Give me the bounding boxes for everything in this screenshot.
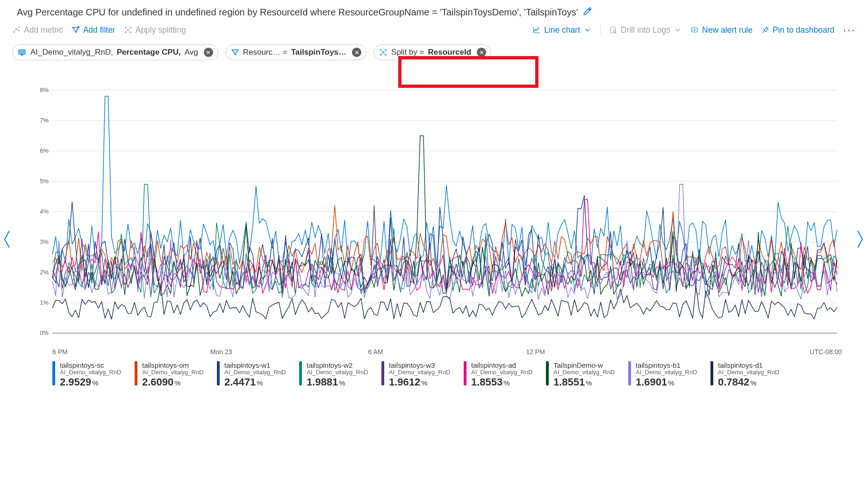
more-menu-button[interactable]: ··· xyxy=(843,28,856,32)
chevron-down-icon xyxy=(674,26,682,34)
split-icon xyxy=(124,26,132,34)
next-chart-button[interactable] xyxy=(853,228,867,250)
svg-text:0%: 0% xyxy=(40,329,49,336)
legend-color-swatch xyxy=(546,361,549,385)
line-chart[interactable]: 0%1%2%3%4%5%6%7%8% xyxy=(26,86,842,347)
new-alert-rule-button[interactable]: New alert rule xyxy=(690,25,753,35)
legend-series-value: 2.4471% xyxy=(224,376,286,388)
svg-text:8%: 8% xyxy=(40,86,49,93)
filter-label: Resourc… = xyxy=(243,48,287,57)
pin-dashboard-button[interactable]: Pin to dashboard xyxy=(761,25,834,35)
add-filter-icon xyxy=(72,26,80,34)
legend-series-name: tailspintoys-d1 xyxy=(718,361,780,369)
pin-icon xyxy=(761,26,769,34)
legend-item[interactable]: tailspintoys-adAI_Demo_vitalyg_RnD1.8553… xyxy=(464,361,534,388)
legend-series-sub: AI_Demo_vitalyg_RnD xyxy=(389,369,451,376)
split-pill[interactable]: Split by = ResourceId ✕ xyxy=(374,44,491,60)
legend-item[interactable]: tailspintoys-w2AI_Demo_vitalyg_RnD1.9881… xyxy=(299,361,369,388)
legend-color-swatch xyxy=(464,361,466,385)
filter-pill[interactable]: Resourc… = TailspinToys… ✕ xyxy=(226,44,366,60)
metric-name: Percentage CPU, xyxy=(117,48,181,57)
legend-series-sub: AI_Demo_vitalyg_RnD xyxy=(307,369,368,376)
add-metric-icon xyxy=(12,26,21,34)
svg-text:1%: 1% xyxy=(40,299,49,306)
legend-color-swatch xyxy=(710,361,713,385)
legend-series-value: 1.9881% xyxy=(307,376,368,388)
legend-series-value: 2.6090% xyxy=(142,376,204,388)
scope-icon xyxy=(17,48,27,57)
legend-color-swatch xyxy=(628,361,631,385)
x-tick: 6 PM xyxy=(52,348,210,356)
legend-series-sub: AI_Demo_vitalyg_RnD xyxy=(636,369,697,376)
legend-color-swatch xyxy=(299,361,302,385)
legend-series-name: tailspintoys-b1 xyxy=(636,361,697,369)
svg-rect-12 xyxy=(21,54,23,56)
metric-scope: AI_Demo_vitalyg_RnD, xyxy=(30,48,113,57)
chevron-down-icon xyxy=(583,26,592,34)
legend-series-value: 2.9529% xyxy=(60,376,122,388)
legend-item[interactable]: tailspintoys-w3AI_Demo_vitalyg_RnD1.9612… xyxy=(381,361,452,388)
add-metric-button[interactable]: Add metric xyxy=(12,25,63,35)
line-chart-icon xyxy=(532,26,541,34)
alert-icon xyxy=(690,26,699,34)
legend-item[interactable]: TailspinDemo-wAI_Demo_vitalyg_RnD1.8551% xyxy=(546,361,616,388)
apply-splitting-label: Apply splitting xyxy=(136,25,186,35)
legend-series-value: 1.6901% xyxy=(636,376,697,388)
svg-rect-11 xyxy=(19,50,26,54)
edit-title-icon[interactable] xyxy=(583,7,592,18)
chart-area: 0%1%2%3%4%5%6%7%8% 6 PMMon 236 AM12 PMUT… xyxy=(26,86,842,375)
legend-item[interactable]: tailspintoys-d1AI_Demo_vitalyg_RnD0.7842… xyxy=(710,361,781,388)
chart-type-dropdown[interactable]: Line chart xyxy=(532,25,592,35)
legend-color-swatch xyxy=(381,361,384,385)
filter-value: TailspinToys… xyxy=(291,48,346,57)
legend-series-name: tailspintoys-om xyxy=(142,361,204,369)
add-filter-button[interactable]: Add filter xyxy=(72,25,115,35)
legend-series-name: tailspintoys-w3 xyxy=(389,361,451,369)
divider xyxy=(600,25,601,35)
apply-splitting-button[interactable]: Apply splitting xyxy=(124,25,186,35)
metric-pill[interactable]: AI_Demo_vitalyg_RnD, Percentage CPU, Avg… xyxy=(12,44,218,60)
svg-text:4%: 4% xyxy=(40,208,49,215)
legend-series-sub: AI_Demo_vitalyg_RnD xyxy=(142,369,204,376)
legend-series-name: tailspintoys-ad xyxy=(471,361,533,369)
legend-item[interactable]: tailspintoys-scAI_Demo_vitalyg_RnD2.9529… xyxy=(52,361,122,388)
query-pills-row: AI_Demo_vitalyg_RnD, Percentage CPU, Avg… xyxy=(12,40,856,62)
legend-series-name: tailspintoys-w2 xyxy=(307,361,368,369)
legend-series-value: 1.9612% xyxy=(389,376,451,388)
split-value: ResourceId xyxy=(428,48,471,57)
metrics-explorer-frame: Avg Percentage CPU for undefined in unde… xyxy=(0,0,868,478)
drill-logs-label: Drill into Logs xyxy=(621,25,670,35)
legend-row: tailspintoys-scAI_Demo_vitalyg_RnD2.9529… xyxy=(26,356,842,388)
pin-dashboard-label: Pin to dashboard xyxy=(773,25,834,35)
legend-item[interactable]: tailspintoys-omAI_Demo_vitalyg_RnD2.6090… xyxy=(135,361,205,388)
legend-series-sub: AI_Demo_vitalyg_RnD xyxy=(471,369,533,376)
legend-series-name: TailspinDemo-w xyxy=(553,361,615,369)
chart-toolbar: Add metric Add filter Apply splitting Li… xyxy=(12,22,856,40)
chart-type-label: Line chart xyxy=(544,25,580,35)
legend-series-sub: AI_Demo_vitalyg_RnD xyxy=(553,369,615,376)
new-alert-rule-label: New alert rule xyxy=(702,25,753,35)
legend-series-value: 0.7842% xyxy=(718,376,780,388)
svg-text:7%: 7% xyxy=(40,117,49,124)
prev-chart-button[interactable] xyxy=(1,228,15,250)
split-label: Split by = xyxy=(391,48,424,57)
chart-title-row: Avg Percentage CPU for undefined in unde… xyxy=(12,3,856,22)
legend-color-swatch xyxy=(217,361,220,385)
chart-title: Avg Percentage CPU for undefined in unde… xyxy=(17,7,578,18)
legend-series-name: tailspintoys-sc xyxy=(60,361,122,369)
legend-item[interactable]: tailspintoys-b1AI_Demo_vitalyg_RnD1.6901… xyxy=(628,361,698,388)
x-tick: 6 AM xyxy=(368,348,526,356)
legend-series-name: tailspintoys-w1 xyxy=(224,361,286,369)
legend-series-sub: AI_Demo_vitalyg_RnD xyxy=(224,369,286,376)
remove-filter-button[interactable]: ✕ xyxy=(352,48,361,57)
legend-series-sub: AI_Demo_vitalyg_RnD xyxy=(60,369,122,376)
drill-logs-button[interactable]: Drill into Logs xyxy=(609,25,682,35)
legend-item[interactable]: tailspintoys-w1AI_Demo_vitalyg_RnD2.4471… xyxy=(217,361,287,388)
add-metric-label: Add metric xyxy=(24,25,63,35)
svg-rect-8 xyxy=(610,27,616,33)
remove-split-button[interactable]: ✕ xyxy=(477,48,486,57)
metric-agg: Avg xyxy=(185,48,198,57)
remove-metric-button[interactable]: ✕ xyxy=(204,48,213,57)
filter-icon xyxy=(231,48,239,57)
legend-series-value: 1.8551% xyxy=(553,376,615,388)
